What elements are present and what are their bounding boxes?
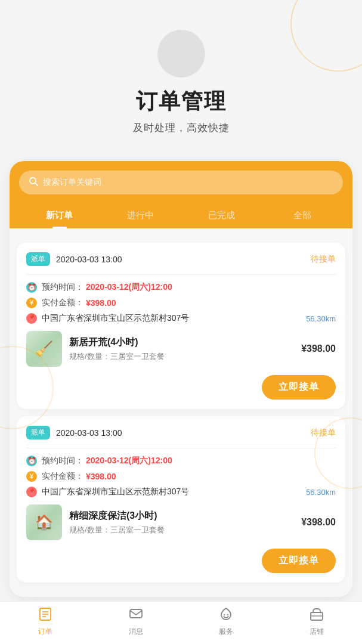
order-icon [38, 606, 53, 626]
tab-completed[interactable]: 已完成 [181, 204, 262, 228]
amount-label: 实付金额： [42, 471, 83, 482]
amount-row: ¥ 实付金额： ¥398.00 [26, 471, 336, 482]
order-status: 待接单 [311, 428, 336, 438]
page-subtitle: 及时处理，高效快捷 [133, 121, 230, 135]
appoint-row: ⏰ 预约时间： 2020-03-12(周六)12:00 [26, 456, 336, 466]
order-time: 2020-03-03 13:00 [56, 255, 311, 264]
dispatch-badge: 派单 [26, 426, 50, 439]
address-text: 中国广东省深圳市宝山区示范新村307号 [42, 487, 306, 497]
distance-text: 56.30km [306, 314, 336, 323]
distance-text: 56.30km [306, 488, 336, 497]
search-bar[interactable]: 搜索订单关键词 [19, 171, 343, 194]
order-list: 派单 2020-03-03 13:00 待接单 ⏰ 预约时间： 2020-03-… [10, 228, 352, 597]
service-thumb-icon: 🧹 [26, 331, 62, 367]
coin-icon: ¥ [26, 471, 37, 482]
main-card: 搜索订单关键词 新订单 进行中 已完成 全部 派单 2020-03-03 13:… [10, 161, 352, 597]
card-top: 搜索订单关键词 新订单 进行中 已完成 全部 [10, 161, 352, 228]
order-time: 2020-03-03 13:00 [56, 428, 311, 438]
accept-btn-wrap: 立即接单 [26, 549, 336, 573]
accept-button[interactable]: 立即接单 [262, 549, 336, 573]
coin-icon: ¥ [26, 298, 37, 308]
appoint-label: 预约时间： [42, 282, 83, 293]
service-price: ¥398.00 [301, 517, 336, 528]
dispatch-badge: 派单 [26, 252, 50, 266]
nav-shop[interactable]: 店铺 [271, 606, 362, 637]
amount-value: ¥398.00 [86, 472, 116, 481]
search-placeholder: 搜索订单关键词 [43, 177, 101, 188]
address-text: 中国广东省深圳市宝山区示范新村307号 [42, 313, 306, 324]
tab-bar: 新订单 进行中 已完成 全部 [19, 204, 343, 228]
nav-order-label: 订单 [38, 627, 52, 637]
service-info: 新居开荒(4小时) 规格/数量：三居室一卫套餐 [69, 336, 301, 362]
page-header: 订单管理 及时处理，高效快捷 [0, 0, 362, 147]
clock-icon: ⏰ [26, 282, 37, 293]
order-divider [26, 274, 336, 275]
page-title: 订单管理 [136, 87, 227, 116]
nav-service[interactable]: 服务 [181, 606, 272, 637]
amount-value: ¥398.00 [86, 298, 116, 308]
service-icon [218, 606, 234, 626]
amount-row: ¥ 实付金额： ¥398.00 [26, 298, 336, 308]
location-icon: 📍 [26, 487, 37, 497]
tab-all[interactable]: 全部 [262, 204, 343, 228]
appoint-value: 2020-03-12(周六)12:00 [86, 456, 172, 466]
order-divider [26, 448, 336, 448]
accept-btn-wrap: 立即接单 [26, 375, 336, 400]
service-name: 新居开荒(4小时) [69, 336, 301, 349]
tab-in-progress[interactable]: 进行中 [100, 204, 181, 228]
service-thumbnail: 🏠 [26, 504, 62, 540]
nav-order[interactable]: 订单 [0, 606, 91, 637]
order-status: 待接单 [311, 254, 336, 265]
nav-shop-label: 店铺 [310, 627, 324, 637]
service-info: 精细深度保洁(3小时) 规格/数量：三居室一卫套餐 [69, 510, 301, 535]
service-price: ¥398.00 [301, 343, 336, 354]
service-spec: 规格/数量：三居室一卫套餐 [69, 525, 301, 535]
service-item: 🏠 精细深度保洁(3小时) 规格/数量：三居室一卫套餐 ¥398.00 [26, 504, 336, 540]
bottom-nav: 订单 消息 服务 店铺 [0, 601, 362, 644]
search-icon [29, 177, 38, 188]
service-thumb-icon: 🏠 [26, 504, 62, 540]
order-header: 派单 2020-03-03 13:00 待接单 [26, 426, 336, 439]
address-row: 📍 中国广东省深圳市宝山区示范新村307号 56.30km [26, 313, 336, 324]
appoint-label: 预约时间： [42, 456, 83, 466]
service-name: 精细深度保洁(3小时) [69, 510, 301, 522]
shop-icon [309, 606, 324, 626]
svg-point-7 [224, 614, 225, 615]
appoint-value: 2020-03-12(周六)12:00 [86, 282, 172, 293]
service-thumbnail: 🧹 [26, 331, 62, 367]
avatar [157, 30, 205, 78]
nav-service-label: 服务 [219, 627, 233, 637]
appoint-row: ⏰ 预约时间： 2020-03-12(周六)12:00 [26, 282, 336, 293]
nav-message[interactable]: 消息 [91, 606, 181, 637]
clock-icon: ⏰ [26, 456, 37, 466]
svg-rect-6 [130, 609, 142, 618]
service-spec: 规格/数量：三居室一卫套餐 [69, 351, 301, 362]
message-icon [128, 606, 144, 626]
svg-point-8 [227, 614, 228, 615]
amount-label: 实付金额： [42, 298, 83, 308]
order-header: 派单 2020-03-03 13:00 待接单 [26, 252, 336, 266]
accept-button[interactable]: 立即接单 [262, 375, 336, 400]
service-item: 🧹 新居开荒(4小时) 规格/数量：三居室一卫套餐 ¥398.00 [26, 331, 336, 367]
order-card: 派单 2020-03-03 13:00 待接单 ⏰ 预约时间： 2020-03-… [17, 416, 345, 583]
tab-new-order[interactable]: 新订单 [19, 204, 100, 228]
location-icon: 📍 [26, 313, 37, 324]
address-row: 📍 中国广东省深圳市宝山区示范新村307号 56.30km [26, 487, 336, 497]
order-card: 派单 2020-03-03 13:00 待接单 ⏰ 预约时间： 2020-03-… [17, 243, 345, 409]
svg-line-1 [35, 183, 38, 185]
nav-message-label: 消息 [129, 627, 143, 637]
